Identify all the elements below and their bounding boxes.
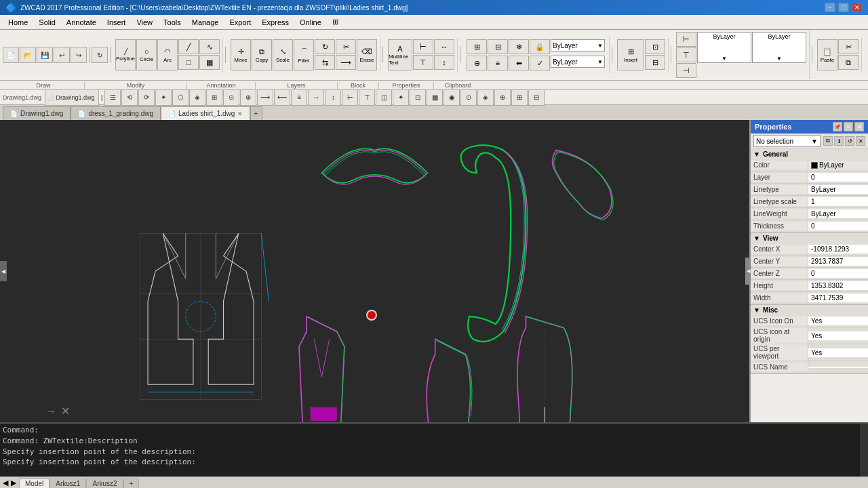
prop-layer-value[interactable]: 0 [808, 173, 868, 182]
dim3-btn[interactable]: ↔ [434, 39, 454, 54]
tab-close-btn[interactable]: ✕ [237, 110, 243, 117]
prop1-btn[interactable]: ⊢ [676, 32, 696, 47]
qa-btn4[interactable]: ✦ [155, 89, 172, 106]
prop-cx-value[interactable]: -10918.1293 [808, 245, 868, 253]
general-section-header[interactable]: ▼ General [751, 149, 868, 159]
tab-dress[interactable]: 📄 dress_1_grading.dwg [71, 106, 161, 120]
mtext-btn[interactable]: AMultiline Text [388, 39, 412, 70]
prop-height-value[interactable]: 1353.8302 [808, 281, 868, 290]
arc-btn[interactable]: ◠ Arc [157, 39, 178, 70]
prop-ucs-on-value[interactable]: Yes [808, 317, 868, 325]
qa-btn23[interactable]: ◈ [477, 89, 494, 106]
qa-btn20[interactable]: ▦ [427, 89, 443, 106]
qa-btn2[interactable]: ⟲ [121, 89, 138, 106]
open-btn[interactable]: 📂 [20, 47, 36, 63]
qa-btn17[interactable]: ◫ [376, 89, 392, 106]
qa-btn10[interactable]: ⟶ [257, 89, 273, 106]
prop-lts-value[interactable]: 1 [808, 197, 868, 206]
qa-btn21[interactable]: ◉ [443, 89, 460, 106]
qa-btn7[interactable]: ⊞ [206, 89, 222, 106]
tab-model[interactable]: Model [19, 479, 50, 488]
menu-tools[interactable]: Tools [158, 17, 186, 28]
minimize-btn[interactable]: − [825, 3, 835, 12]
rotate-btn[interactable]: ↻ [315, 39, 335, 54]
layer-prev-btn[interactable]: ⬅ [509, 56, 529, 70]
undo-btn[interactable]: ↩ [54, 47, 70, 63]
titlebar-controls[interactable]: − □ ✕ [825, 3, 863, 12]
insert-btn[interactable]: ⊞Insert [617, 39, 644, 70]
dim1-btn[interactable]: ⊢ [413, 39, 433, 54]
refresh-btn[interactable]: ↻ [92, 47, 108, 63]
view-section-header[interactable]: ▼ View [751, 233, 868, 243]
block1-btn[interactable]: ⊡ [645, 39, 665, 54]
tab-nav-next[interactable]: ▶ [11, 479, 16, 487]
menu-express[interactable]: Express [256, 17, 294, 28]
redo-btn[interactable]: ↪ [71, 47, 87, 63]
qa-btn15[interactable]: ⊢ [342, 89, 358, 106]
props-close-btn[interactable]: ✕ [854, 122, 864, 131]
menu-insert[interactable]: Insert [102, 17, 132, 28]
copy2-btn[interactable]: ⧉ [838, 55, 859, 70]
paste-btn[interactable]: 📋Paste [817, 39, 837, 70]
layer-isolate-btn[interactable]: ⊕ [467, 56, 487, 70]
qa-btn12[interactable]: ≡ [291, 89, 307, 106]
menu-solid[interactable]: Solid [33, 17, 60, 28]
menu-more[interactable]: ⊞ [327, 16, 344, 28]
props-pin-btn[interactable]: 📌 [833, 122, 842, 131]
dim2-btn[interactable]: ⊤ [413, 55, 433, 70]
rect-btn[interactable]: □ [178, 55, 199, 70]
props-info-icon[interactable]: ℹ [834, 136, 844, 146]
tab-drawing1[interactable]: 📄 Drawing1.dwg [3, 106, 71, 120]
layer-off-btn[interactable]: ⊟ [488, 39, 508, 54]
tab-nav-prev[interactable]: ◀ [3, 479, 8, 487]
menu-annotate[interactable]: Annotate [61, 17, 102, 28]
qa-btn24[interactable]: ⊕ [494, 89, 511, 106]
prop-lw-value[interactable]: ByLayer [808, 209, 868, 218]
qa-btn16[interactable]: ⊤ [359, 89, 375, 106]
qa-btn8[interactable]: ⊙ [223, 89, 239, 106]
prop-width-value[interactable]: 3471.7539 [808, 293, 868, 302]
tab-arkusz1[interactable]: Arkusz1 [50, 479, 86, 488]
close-btn[interactable]: ✕ [852, 3, 863, 12]
qa-select[interactable]: ⬜ Drawing1.dwg [45, 89, 99, 106]
menu-export[interactable]: Export [224, 17, 256, 28]
qa-btn6[interactable]: ◈ [189, 89, 205, 106]
line-btn[interactable]: ╱ [178, 39, 199, 54]
right-panel-collapse[interactable]: ◀ [745, 258, 751, 285]
command-input[interactable] [196, 458, 399, 466]
tab-arkusz2[interactable]: Arkusz2 [86, 479, 123, 488]
layer-dropdown[interactable]: ByLayer ▼ [551, 39, 605, 52]
extend-btn[interactable]: ⟶ [336, 55, 356, 70]
lineweight-dropdown[interactable]: ByLayer ▼ [752, 32, 806, 63]
prop-ucs-viewport-value[interactable]: Yes [808, 348, 868, 357]
hatch-btn[interactable]: ▦ [199, 55, 220, 70]
props-copy-icon[interactable]: ⧉ [823, 136, 833, 146]
selection-dropdown[interactable]: No selection ▼ [753, 135, 821, 147]
mirror-btn[interactable]: ⇆ [315, 55, 335, 70]
dim4-btn[interactable]: ↕ [434, 55, 454, 70]
prop-ucs-name-value[interactable] [808, 367, 868, 368]
props-close2-icon[interactable]: ✕ [856, 136, 865, 146]
color-dropdown[interactable]: ByLayer ▼ [697, 32, 751, 63]
erase-btn[interactable]: ⌫Erase [357, 39, 377, 70]
qa-btn26[interactable]: ⊟ [528, 89, 545, 106]
trim-btn[interactable]: ✂ [336, 39, 356, 54]
prop-ucs-origin-value[interactable]: Yes [808, 331, 868, 340]
qa-btn11[interactable]: ⟵ [274, 89, 290, 106]
cmdline-scrollbar[interactable] [860, 424, 868, 476]
menu-manage[interactable]: Manage [186, 17, 224, 28]
layer-current-btn[interactable]: ✓ [530, 56, 550, 70]
qa-btn14[interactable]: ↕ [325, 89, 341, 106]
qa-btn9[interactable]: ⊕ [240, 89, 256, 106]
prop2-btn[interactable]: ⊤ [676, 47, 696, 62]
cut-btn[interactable]: ✂ [838, 39, 859, 54]
qa-btn19[interactable]: ⊡ [410, 89, 426, 106]
scale-btn[interactable]: ⤡Scale [273, 39, 293, 70]
props-menu-btn[interactable]: ≡ [844, 122, 853, 131]
layer-freeze-btn[interactable]: ❄ [509, 39, 529, 54]
save-btn[interactable]: 💾 [37, 47, 53, 63]
qa-btn22[interactable]: ⊙ [460, 89, 477, 106]
menu-view[interactable]: View [131, 17, 158, 28]
prop3-btn[interactable]: ⊣ [676, 63, 696, 78]
fillet-btn[interactable]: ⌒Fillet [294, 39, 314, 70]
